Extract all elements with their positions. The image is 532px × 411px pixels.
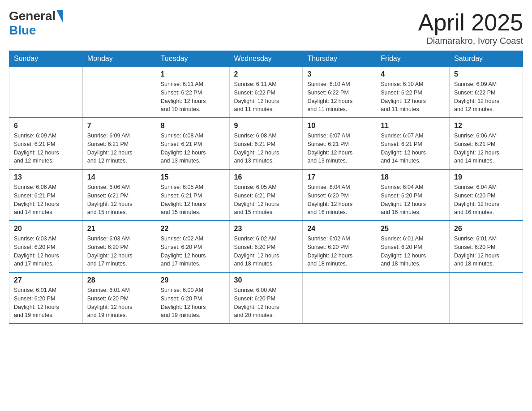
calendar-cell: 29Sunrise: 6:00 AM Sunset: 6:20 PM Dayli…: [156, 272, 229, 324]
calendar-day-header: Saturday: [450, 51, 523, 67]
day-number: 25: [381, 225, 445, 233]
day-info: Sunrise: 6:07 AM Sunset: 6:21 PM Dayligh…: [381, 132, 445, 165]
calendar-cell: 19Sunrise: 6:04 AM Sunset: 6:20 PM Dayli…: [450, 169, 523, 221]
day-number: 12: [454, 122, 518, 130]
day-number: 27: [14, 276, 78, 284]
day-info: Sunrise: 6:03 AM Sunset: 6:20 PM Dayligh…: [87, 235, 151, 268]
day-info: Sunrise: 6:02 AM Sunset: 6:20 PM Dayligh…: [307, 235, 371, 268]
day-info: Sunrise: 6:02 AM Sunset: 6:20 PM Dayligh…: [161, 235, 225, 268]
day-info: Sunrise: 6:09 AM Sunset: 6:22 PM Dayligh…: [454, 80, 518, 114]
day-info: Sunrise: 6:04 AM Sunset: 6:20 PM Dayligh…: [307, 183, 371, 217]
day-info: Sunrise: 6:02 AM Sunset: 6:20 PM Dayligh…: [234, 235, 298, 268]
calendar-day-header: Wednesday: [229, 51, 303, 67]
calendar-header-row: SundayMondayTuesdayWednesdayThursdayFrid…: [9, 51, 523, 67]
calendar-cell: 18Sunrise: 6:04 AM Sunset: 6:20 PM Dayli…: [376, 169, 450, 221]
day-info: Sunrise: 6:04 AM Sunset: 6:20 PM Dayligh…: [454, 183, 518, 217]
calendar-cell: 23Sunrise: 6:02 AM Sunset: 6:20 PM Dayli…: [229, 221, 303, 272]
day-info: Sunrise: 6:06 AM Sunset: 6:21 PM Dayligh…: [454, 132, 518, 165]
calendar-cell: 21Sunrise: 6:03 AM Sunset: 6:20 PM Dayli…: [82, 221, 156, 272]
day-number: 1: [161, 70, 225, 78]
calendar-cell: 30Sunrise: 6:00 AM Sunset: 6:20 PM Dayli…: [229, 272, 303, 324]
calendar-cell: 6Sunrise: 6:09 AM Sunset: 6:21 PM Daylig…: [9, 118, 83, 169]
day-number: 18: [381, 173, 445, 181]
logo-arrow-icon: [56, 10, 63, 22]
calendar-week-row: 6Sunrise: 6:09 AM Sunset: 6:21 PM Daylig…: [9, 118, 523, 169]
day-info: Sunrise: 6:11 AM Sunset: 6:22 PM Dayligh…: [234, 80, 298, 114]
day-info: Sunrise: 6:04 AM Sunset: 6:20 PM Dayligh…: [381, 183, 445, 217]
day-info: Sunrise: 6:01 AM Sunset: 6:20 PM Dayligh…: [454, 235, 518, 268]
calendar-cell: 16Sunrise: 6:05 AM Sunset: 6:21 PM Dayli…: [229, 169, 303, 221]
logo: General Blue: [9, 9, 63, 38]
calendar-day-header: Sunday: [9, 51, 83, 67]
day-info: Sunrise: 6:08 AM Sunset: 6:21 PM Dayligh…: [161, 132, 225, 165]
calendar-cell: 10Sunrise: 6:07 AM Sunset: 6:21 PM Dayli…: [303, 118, 376, 169]
day-info: Sunrise: 6:07 AM Sunset: 6:21 PM Dayligh…: [307, 132, 371, 165]
calendar-day-header: Monday: [82, 51, 156, 67]
day-number: 5: [454, 70, 518, 78]
logo-blue-text: Blue: [9, 23, 63, 38]
calendar-cell: [450, 272, 523, 324]
page-header: General Blue April 2025 Diamarakro, Ivor…: [9, 9, 523, 46]
day-number: 23: [234, 225, 298, 233]
day-info: Sunrise: 6:09 AM Sunset: 6:21 PM Dayligh…: [87, 132, 151, 165]
day-info: Sunrise: 6:05 AM Sunset: 6:21 PM Dayligh…: [161, 183, 225, 217]
calendar-week-row: 27Sunrise: 6:01 AM Sunset: 6:20 PM Dayli…: [9, 272, 523, 324]
calendar-cell: 28Sunrise: 6:01 AM Sunset: 6:20 PM Dayli…: [82, 272, 156, 324]
month-title: April 2025: [418, 9, 523, 36]
day-info: Sunrise: 6:05 AM Sunset: 6:21 PM Dayligh…: [234, 183, 298, 217]
calendar-week-row: 20Sunrise: 6:03 AM Sunset: 6:20 PM Dayli…: [9, 221, 523, 272]
calendar-week-row: 1Sunrise: 6:11 AM Sunset: 6:22 PM Daylig…: [9, 67, 523, 118]
logo-general-text: General: [9, 9, 56, 23]
day-number: 4: [381, 70, 445, 78]
day-number: 7: [87, 122, 151, 130]
calendar-cell: 22Sunrise: 6:02 AM Sunset: 6:20 PM Dayli…: [156, 221, 229, 272]
day-number: 2: [234, 70, 298, 78]
calendar-cell: 2Sunrise: 6:11 AM Sunset: 6:22 PM Daylig…: [229, 67, 303, 118]
calendar-cell: [82, 67, 156, 118]
title-area: April 2025 Diamarakro, Ivory Coast: [418, 9, 523, 46]
calendar-cell: 15Sunrise: 6:05 AM Sunset: 6:21 PM Dayli…: [156, 169, 229, 221]
day-info: Sunrise: 6:01 AM Sunset: 6:20 PM Dayligh…: [14, 286, 78, 320]
day-number: 19: [454, 173, 518, 181]
calendar-cell: 3Sunrise: 6:10 AM Sunset: 6:22 PM Daylig…: [303, 67, 376, 118]
day-number: 22: [161, 225, 225, 233]
day-number: 9: [234, 122, 298, 130]
calendar-cell: 20Sunrise: 6:03 AM Sunset: 6:20 PM Dayli…: [9, 221, 83, 272]
day-info: Sunrise: 6:08 AM Sunset: 6:21 PM Dayligh…: [234, 132, 298, 165]
calendar-cell: 9Sunrise: 6:08 AM Sunset: 6:21 PM Daylig…: [229, 118, 303, 169]
day-info: Sunrise: 6:10 AM Sunset: 6:22 PM Dayligh…: [307, 80, 371, 114]
day-number: 17: [307, 173, 371, 181]
day-info: Sunrise: 6:00 AM Sunset: 6:20 PM Dayligh…: [161, 286, 225, 320]
calendar-cell: 26Sunrise: 6:01 AM Sunset: 6:20 PM Dayli…: [450, 221, 523, 272]
calendar-day-header: Friday: [376, 51, 450, 67]
day-number: 20: [14, 225, 78, 233]
day-number: 29: [161, 276, 225, 284]
day-info: Sunrise: 6:10 AM Sunset: 6:22 PM Dayligh…: [381, 80, 445, 114]
day-number: 16: [234, 173, 298, 181]
day-number: 14: [87, 173, 151, 181]
calendar-cell: 27Sunrise: 6:01 AM Sunset: 6:20 PM Dayli…: [9, 272, 83, 324]
day-info: Sunrise: 6:01 AM Sunset: 6:20 PM Dayligh…: [381, 235, 445, 268]
location-text: Diamarakro, Ivory Coast: [418, 36, 523, 46]
calendar-cell: 17Sunrise: 6:04 AM Sunset: 6:20 PM Dayli…: [303, 169, 376, 221]
calendar-week-row: 13Sunrise: 6:06 AM Sunset: 6:21 PM Dayli…: [9, 169, 523, 221]
calendar-cell: 25Sunrise: 6:01 AM Sunset: 6:20 PM Dayli…: [376, 221, 450, 272]
calendar-cell: 5Sunrise: 6:09 AM Sunset: 6:22 PM Daylig…: [450, 67, 523, 118]
calendar-day-header: Thursday: [303, 51, 376, 67]
calendar-day-header: Tuesday: [156, 51, 229, 67]
day-number: 6: [14, 122, 78, 130]
day-number: 30: [234, 276, 298, 284]
day-number: 8: [161, 122, 225, 130]
calendar-cell: [9, 67, 83, 118]
calendar-cell: 1Sunrise: 6:11 AM Sunset: 6:22 PM Daylig…: [156, 67, 229, 118]
day-number: 21: [87, 225, 151, 233]
day-number: 10: [307, 122, 371, 130]
calendar-cell: [303, 272, 376, 324]
day-number: 13: [14, 173, 78, 181]
calendar-cell: 14Sunrise: 6:06 AM Sunset: 6:21 PM Dayli…: [82, 169, 156, 221]
day-info: Sunrise: 6:03 AM Sunset: 6:20 PM Dayligh…: [14, 235, 78, 268]
day-number: 11: [381, 122, 445, 130]
calendar-table: SundayMondayTuesdayWednesdayThursdayFrid…: [9, 51, 523, 324]
calendar-cell: [376, 272, 450, 324]
day-info: Sunrise: 6:06 AM Sunset: 6:21 PM Dayligh…: [87, 183, 151, 217]
